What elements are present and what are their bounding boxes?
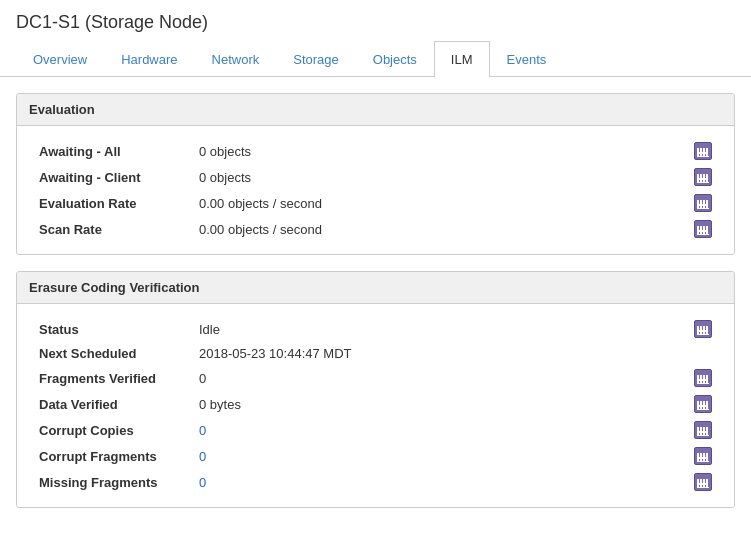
chart-icon-cell: [688, 190, 718, 216]
tab-network[interactable]: Network: [195, 41, 277, 77]
field-label: Missing Fragments: [33, 469, 193, 495]
tab-overview[interactable]: Overview: [16, 41, 104, 77]
table-row: Next Scheduled 2018-05-23 10:44:47 MDT: [33, 342, 718, 365]
table-row: Data Verified 0 bytes: [33, 391, 718, 417]
evaluation-header: Evaluation: [17, 94, 734, 126]
chart-icon[interactable]: [694, 194, 712, 212]
table-row: Scan Rate 0.00 objects / second: [33, 216, 718, 242]
chart-icon[interactable]: [694, 447, 712, 465]
field-value: 2018-05-23 10:44:47 MDT: [193, 342, 688, 365]
tab-ilm[interactable]: ILM: [434, 41, 490, 77]
chart-icon[interactable]: [694, 168, 712, 186]
chart-icon-cell: [688, 138, 718, 164]
chart-icon[interactable]: [694, 473, 712, 491]
field-label: Scan Rate: [33, 216, 193, 242]
tab-storage[interactable]: Storage: [276, 41, 356, 77]
table-row: Awaiting - Client 0 objects: [33, 164, 718, 190]
chart-icon-cell: [688, 316, 718, 342]
tab-hardware[interactable]: Hardware: [104, 41, 194, 77]
chart-icon-cell: [688, 365, 718, 391]
chart-icon[interactable]: [694, 220, 712, 238]
chart-icon[interactable]: [694, 320, 712, 338]
field-value: 0 objects: [193, 164, 688, 190]
tab-events[interactable]: Events: [490, 41, 564, 77]
field-value: 0: [193, 417, 688, 443]
tab-objects[interactable]: Objects: [356, 41, 434, 77]
page-title: DC1-S1 (Storage Node): [0, 0, 751, 41]
field-label: Corrupt Fragments: [33, 443, 193, 469]
table-row: Corrupt Fragments 0: [33, 443, 718, 469]
table-row: Evaluation Rate 0.00 objects / second: [33, 190, 718, 216]
table-row: Fragments Verified 0: [33, 365, 718, 391]
evaluation-table: Awaiting - All 0 objects Awaiting - Clie…: [33, 138, 718, 242]
chart-icon-cell: [688, 391, 718, 417]
field-value: 0: [193, 469, 688, 495]
field-value: 0.00 objects / second: [193, 216, 688, 242]
field-label: Data Verified: [33, 391, 193, 417]
evaluation-section: Evaluation Awaiting - All 0 objects Awai…: [16, 93, 735, 255]
erasure-coding-section: Erasure Coding Verification Status Idle …: [16, 271, 735, 508]
field-value: 0: [193, 365, 688, 391]
field-label: Next Scheduled: [33, 342, 193, 365]
field-value: 0.00 objects / second: [193, 190, 688, 216]
chart-icon-cell: [688, 417, 718, 443]
field-value: 0: [193, 443, 688, 469]
chart-icon-cell: [688, 164, 718, 190]
tabs-container: Overview Hardware Network Storage Object…: [0, 41, 751, 77]
chart-icon[interactable]: [694, 142, 712, 160]
field-value: 0 bytes: [193, 391, 688, 417]
field-label: Fragments Verified: [33, 365, 193, 391]
erasure-coding-table: Status Idle Next Scheduled 2018-05-23 10…: [33, 316, 718, 495]
field-label: Evaluation Rate: [33, 190, 193, 216]
table-row: Corrupt Copies 0: [33, 417, 718, 443]
field-label: Status: [33, 316, 193, 342]
field-label: Corrupt Copies: [33, 417, 193, 443]
table-row: Status Idle: [33, 316, 718, 342]
field-label: Awaiting - Client: [33, 164, 193, 190]
table-row: Awaiting - All 0 objects: [33, 138, 718, 164]
chart-icon[interactable]: [694, 421, 712, 439]
field-value: 0 objects: [193, 138, 688, 164]
chart-icon[interactable]: [694, 369, 712, 387]
chart-icon-cell: [688, 216, 718, 242]
chart-icon[interactable]: [694, 395, 712, 413]
erasure-coding-header: Erasure Coding Verification: [17, 272, 734, 304]
field-value: Idle: [193, 316, 688, 342]
table-row: Missing Fragments 0: [33, 469, 718, 495]
chart-icon-cell: [688, 443, 718, 469]
field-label: Awaiting - All: [33, 138, 193, 164]
chart-icon-cell: [688, 469, 718, 495]
